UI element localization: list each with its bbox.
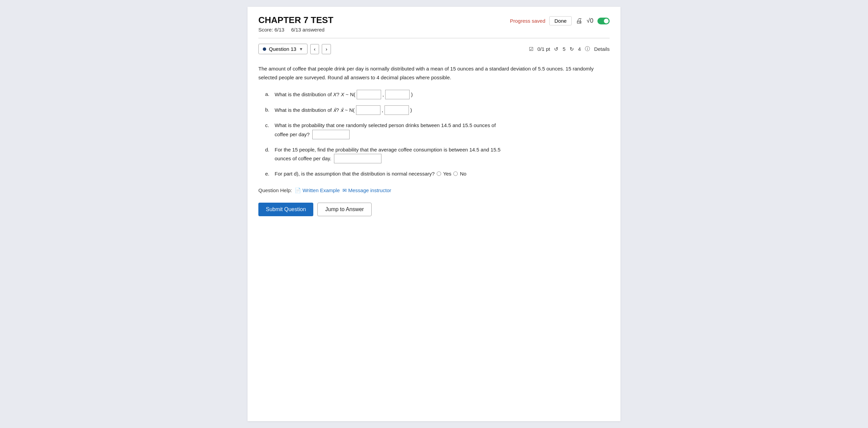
details-label[interactable]: Details xyxy=(594,46,610,52)
part-e-text: For part d), is the assumption that the … xyxy=(275,169,435,178)
part-c-text: What is the probability that one randoml… xyxy=(275,122,496,137)
next-button[interactable]: › xyxy=(322,44,331,54)
question-intro: The amount of coffee that people drink p… xyxy=(258,64,610,82)
header-left: CHAPTER 7 TEST Score: 6/13 6/13 answered xyxy=(258,15,333,33)
part-b-label: b. xyxy=(265,105,273,114)
part-c-content: What is the probability that one randoml… xyxy=(275,121,610,139)
header: CHAPTER 7 TEST Score: 6/13 6/13 answered… xyxy=(258,15,610,33)
chevron-down-icon: ▼ xyxy=(299,47,303,52)
undo-count: 5 xyxy=(563,46,565,52)
part-c: c. What is the probability that one rand… xyxy=(265,121,610,139)
part-b-close: ) xyxy=(410,106,412,115)
chapter-title: CHAPTER 7 TEST xyxy=(258,15,333,25)
part-b-comma: , xyxy=(382,106,383,115)
part-d-text: For the 15 people, find the probability … xyxy=(275,147,500,162)
progress-saved: Progress saved xyxy=(510,18,545,24)
part-d: d. For the 15 people, find the probabili… xyxy=(265,145,610,164)
part-a-text: What is the distribution of X? X ~ N( xyxy=(275,90,355,99)
undo-icon[interactable]: ↺ xyxy=(554,46,558,52)
score-line: Score: 6/13 6/13 answered xyxy=(258,27,333,33)
part-b-text: What is the distribution of x̄? x̄ ~ N( xyxy=(275,106,355,115)
part-a-label: a. xyxy=(265,90,273,99)
question-dot xyxy=(263,47,266,51)
part-d-label: d. xyxy=(265,145,273,154)
question-parts: a. What is the distribution of X? X ~ N(… xyxy=(258,90,610,178)
info-icon[interactable]: ⓘ xyxy=(585,46,590,52)
part-e-no-label: No xyxy=(460,169,466,178)
part-e-yes-label: Yes xyxy=(443,169,451,178)
points-icon: ☑ xyxy=(529,46,533,52)
toolbar-right: ☑ 0/1 pt ↺ 5 ↻ 4 ⓘ Details xyxy=(529,46,610,52)
part-d-content: For the 15 people, find the probability … xyxy=(275,145,610,164)
part-e-yes-radio[interactable] xyxy=(437,171,441,176)
question-body: The amount of coffee that people drink p… xyxy=(258,61,610,220)
part-b-content: What is the distribution of x̄? x̄ ~ N( … xyxy=(275,105,610,115)
message-instructor-label: Message instructor xyxy=(348,186,391,195)
toolbar-left: Question 13 ▼ ‹ › xyxy=(258,44,331,54)
header-right: Progress saved Done 🖨 √0 xyxy=(510,16,610,25)
part-b: b. What is the distribution of x̄? x̄ ~ … xyxy=(265,105,610,115)
part-b-input2[interactable] xyxy=(384,105,409,115)
toggle-switch[interactable] xyxy=(597,18,610,24)
print-icon[interactable]: 🖨 xyxy=(576,17,583,25)
part-a-close: ) xyxy=(411,90,413,99)
part-b-input1[interactable] xyxy=(356,105,380,115)
part-e-no-radio[interactable] xyxy=(453,171,458,176)
part-e-content: For part d), is the assumption that the … xyxy=(275,169,467,178)
jump-to-answer-button[interactable]: Jump to Answer xyxy=(317,203,372,216)
part-d-input[interactable] xyxy=(334,154,381,163)
part-a-input1[interactable] xyxy=(357,90,381,99)
answered: 6/13 answered xyxy=(291,27,324,33)
mail-icon: ✉ xyxy=(342,186,347,195)
prev-button[interactable]: ‹ xyxy=(310,44,319,54)
points-value: 0/1 pt xyxy=(537,46,550,52)
part-c-input[interactable] xyxy=(312,130,350,139)
redo-icon[interactable]: ↻ xyxy=(570,46,574,52)
written-example-label: Written Example xyxy=(302,186,340,195)
question-label: Question 13 xyxy=(269,46,296,52)
document-icon: 📄 xyxy=(295,186,301,195)
redo-count: 4 xyxy=(578,46,581,52)
done-button[interactable]: Done xyxy=(549,16,572,25)
math-icon: √0 xyxy=(587,17,593,24)
part-c-label: c. xyxy=(265,121,273,130)
action-buttons: Submit Question Jump to Answer xyxy=(258,203,610,216)
page-container: CHAPTER 7 TEST Score: 6/13 6/13 answered… xyxy=(248,7,620,421)
message-instructor-link[interactable]: ✉ Message instructor xyxy=(342,186,391,195)
part-a-input2[interactable] xyxy=(385,90,410,99)
part-e-label: e. xyxy=(265,169,273,178)
written-example-link[interactable]: 📄 Written Example xyxy=(295,186,340,195)
question-help: Question Help: 📄 Written Example ✉ Messa… xyxy=(258,186,610,195)
help-label: Question Help: xyxy=(258,186,292,195)
score: Score: 6/13 xyxy=(258,27,284,33)
part-a-content: What is the distribution of X? X ~ N( , … xyxy=(275,90,610,99)
divider xyxy=(258,38,610,38)
submit-button[interactable]: Submit Question xyxy=(258,203,313,216)
toolbar: Question 13 ▼ ‹ › ☑ 0/1 pt ↺ 5 ↻ 4 ⓘ Det… xyxy=(258,44,610,54)
part-e: e. For part d), is the assumption that t… xyxy=(265,169,610,178)
question-dropdown[interactable]: Question 13 ▼ xyxy=(258,44,308,54)
part-a-comma: , xyxy=(382,90,384,99)
part-a: a. What is the distribution of X? X ~ N(… xyxy=(265,90,610,99)
